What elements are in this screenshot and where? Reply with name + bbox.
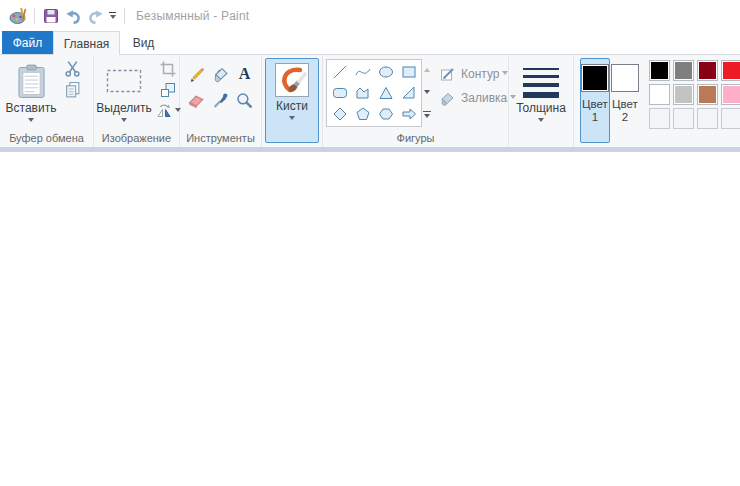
paste-button[interactable]: Вставить xyxy=(3,58,59,131)
shape-diamond[interactable] xyxy=(329,104,351,124)
size-icon xyxy=(523,61,559,101)
shape-ellipse[interactable] xyxy=(375,62,397,82)
palette-empty-slot xyxy=(649,108,670,129)
shape-pentagon[interactable] xyxy=(352,104,374,124)
window-title: Безымянный - Paint xyxy=(136,9,249,23)
select-dropdown-caret xyxy=(121,118,127,122)
palette-empty-slot xyxy=(673,108,694,129)
drawing-canvas[interactable] xyxy=(0,152,740,486)
fill-icon xyxy=(212,66,229,83)
ribbon-tab-bar: Файл Главная Вид xyxy=(0,31,740,55)
group-label-shapes: Фигуры xyxy=(323,131,508,147)
palette-empty-slot xyxy=(697,108,718,129)
resize-button[interactable] xyxy=(157,79,179,100)
group-image: Выделить xyxy=(94,55,180,147)
copy-icon xyxy=(64,81,81,99)
color1-button[interactable]: Цвет 1 xyxy=(580,58,610,143)
outline-label: Контур xyxy=(461,67,499,81)
shapes-scroll-down-button[interactable] xyxy=(423,81,431,103)
shape-rectangle[interactable] xyxy=(398,62,420,82)
brushes-button[interactable]: Кисти xyxy=(265,58,319,143)
save-icon[interactable] xyxy=(40,5,62,27)
size-dropdown-caret xyxy=(538,118,544,122)
eraser-icon xyxy=(188,92,205,109)
shape-curve[interactable] xyxy=(352,62,374,82)
color2-label: Цвет xyxy=(612,98,638,111)
qat-separator xyxy=(34,8,35,24)
magnifier-tool-button[interactable] xyxy=(234,89,256,111)
shape-fill-icon xyxy=(440,90,456,106)
shape-rounded-rectangle[interactable] xyxy=(329,83,351,103)
color1-index: 1 xyxy=(582,111,608,124)
eraser-tool-button[interactable] xyxy=(186,89,208,111)
pencil-tool-button[interactable] xyxy=(186,63,208,85)
palette-color-ffffff[interactable] xyxy=(649,84,670,105)
text-icon: A xyxy=(239,65,251,83)
qat-menu-icon[interactable] xyxy=(109,12,116,19)
shape-outline-button[interactable]: Контур xyxy=(440,63,516,84)
shape-polygon[interactable] xyxy=(352,83,374,103)
palette-color-880015[interactable] xyxy=(697,60,718,81)
group-shapes: Контур Заливка Фигуры xyxy=(323,55,509,147)
shape-fill-button[interactable]: Заливка xyxy=(440,87,516,108)
color-picker-tool-button[interactable] xyxy=(210,89,232,111)
qat-separator xyxy=(124,8,125,24)
shapes-more-button[interactable] xyxy=(423,103,431,125)
undo-icon[interactable] xyxy=(62,5,84,27)
cut-button[interactable] xyxy=(61,58,83,79)
color1-label: Цвет xyxy=(582,98,608,111)
select-icon xyxy=(106,61,142,101)
text-tool-button[interactable]: A xyxy=(234,63,256,85)
palette-color-7f7f7f[interactable] xyxy=(673,60,694,81)
brushes-dropdown-caret xyxy=(289,116,295,120)
palette-color-ffaec9[interactable] xyxy=(721,84,740,105)
group-label-size-empty xyxy=(509,143,573,147)
crop-button[interactable] xyxy=(157,58,179,79)
fill-tool-button[interactable] xyxy=(210,63,232,85)
title-bar: Безымянный - Paint xyxy=(0,0,740,31)
palette-color-c3c3c3[interactable] xyxy=(673,84,694,105)
fill-label: Заливка xyxy=(461,91,507,105)
rotate-icon xyxy=(156,103,172,118)
pencil-icon xyxy=(188,66,205,83)
ribbon: Вставить xyxy=(0,55,740,147)
group-label-colors-empty xyxy=(574,143,740,147)
tab-view[interactable]: Вид xyxy=(120,31,167,54)
shape-right-arrow[interactable] xyxy=(398,104,420,124)
tab-home[interactable]: Главная xyxy=(53,31,120,55)
outline-dropdown-caret xyxy=(502,71,508,75)
color-palette xyxy=(649,60,740,143)
group-colors: Цвет 1 Цвет 2 xyxy=(574,55,740,147)
group-label-image: Изображение xyxy=(94,131,179,147)
redo-icon[interactable] xyxy=(84,5,106,27)
shapes-gallery xyxy=(326,59,422,127)
shape-right-triangle[interactable] xyxy=(398,83,420,103)
rotate-button[interactable] xyxy=(153,100,183,121)
palette-color-000000[interactable] xyxy=(649,60,670,81)
copy-button[interactable] xyxy=(61,79,83,100)
color2-button[interactable]: Цвет 2 xyxy=(610,58,640,143)
paste-dropdown-caret xyxy=(28,118,34,122)
color2-swatch xyxy=(611,64,639,92)
group-size: Толщина xyxy=(509,55,574,147)
size-button[interactable]: Толщина xyxy=(512,58,570,143)
shapes-scroll-up-button[interactable] xyxy=(423,59,431,81)
group-tools: A xyxy=(180,55,262,147)
size-label: Толщина xyxy=(516,101,566,115)
shape-hexagon[interactable] xyxy=(375,104,397,124)
tab-file[interactable]: Файл xyxy=(2,31,53,54)
palette-color-b97a57[interactable] xyxy=(697,84,718,105)
paint-logo-icon[interactable] xyxy=(7,5,29,27)
brushes-label: Кисти xyxy=(276,99,308,113)
select-label: Выделить xyxy=(96,101,151,115)
cut-icon xyxy=(64,60,81,77)
paste-label: Вставить xyxy=(6,101,57,115)
shape-triangle[interactable] xyxy=(375,83,397,103)
crop-icon xyxy=(160,61,176,77)
select-button[interactable]: Выделить xyxy=(97,58,151,131)
shape-line[interactable] xyxy=(329,62,351,82)
resize-icon xyxy=(160,82,176,98)
group-label-clipboard: Буфер обмена xyxy=(0,131,93,147)
palette-color-ed1c24[interactable] xyxy=(721,60,740,81)
group-clipboard: Вставить xyxy=(0,55,94,147)
